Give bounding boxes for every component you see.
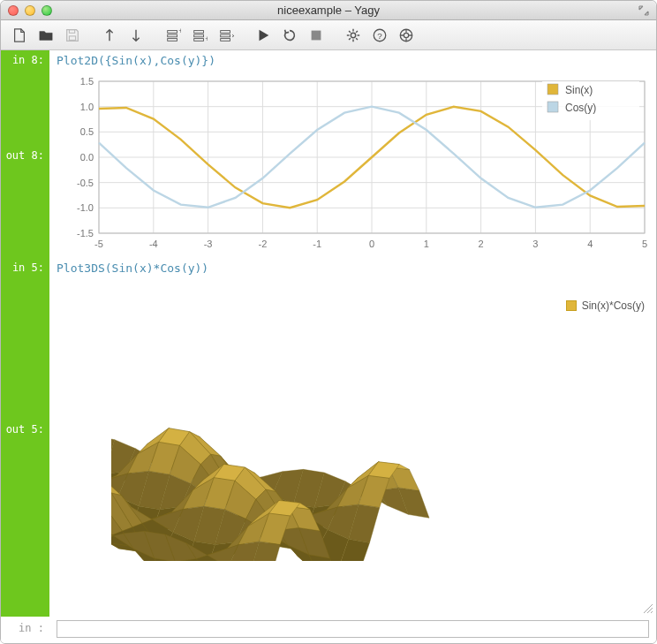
command-input[interactable] bbox=[57, 620, 649, 638]
svg-text:4: 4 bbox=[587, 239, 593, 249]
svg-text:3: 3 bbox=[532, 239, 538, 249]
svg-rect-10 bbox=[221, 30, 230, 33]
restart-button[interactable] bbox=[278, 25, 301, 46]
save-file-button[interactable] bbox=[61, 25, 84, 46]
zoom-window-button[interactable] bbox=[42, 5, 52, 16]
move-up-button[interactable] bbox=[98, 25, 121, 46]
svg-rect-12 bbox=[221, 38, 230, 41]
svg-text:-5: -5 bbox=[94, 239, 103, 249]
svg-rect-6 bbox=[194, 30, 204, 33]
plot2d-chart[interactable]: -5-4-3-2-1012345-1.5-1.0-0.50.00.51.01.5… bbox=[62, 76, 653, 253]
code-in-8[interactable]: Plot2D({Sin(x),Cos(y)}) bbox=[49, 50, 656, 71]
resize-grip-icon[interactable] bbox=[642, 602, 653, 613]
move-down-button[interactable] bbox=[125, 25, 147, 46]
svg-text:1.5: 1.5 bbox=[80, 76, 94, 87]
svg-text:5: 5 bbox=[642, 239, 647, 249]
insert-below-button[interactable]: + bbox=[188, 25, 211, 46]
svg-rect-0 bbox=[69, 35, 75, 40]
cell-in-8[interactable]: in 8: Plot2D({Sin(x),Cos(y)}) bbox=[49, 50, 656, 71]
svg-text:-1.0: -1.0 bbox=[77, 202, 94, 213]
window-controls bbox=[8, 5, 52, 16]
svg-point-19 bbox=[404, 33, 408, 37]
notebook-content: in 8: Plot2D({Sin(x),Cos(y)}) out 8: -5-… bbox=[1, 50, 656, 617]
svg-text:-2: -2 bbox=[259, 239, 268, 249]
cell-label-out-5: out 5: bbox=[1, 420, 49, 439]
delete-cell-button[interactable]: × bbox=[215, 25, 238, 46]
svg-text:?: ? bbox=[377, 30, 382, 40]
svg-rect-14 bbox=[312, 30, 321, 40]
svg-rect-60 bbox=[548, 102, 558, 112]
input-bar: in : bbox=[1, 617, 656, 643]
svg-rect-11 bbox=[221, 34, 230, 37]
input-label: in : bbox=[1, 617, 49, 643]
close-window-button[interactable] bbox=[8, 5, 19, 16]
svg-rect-58 bbox=[548, 84, 558, 95]
open-file-button[interactable] bbox=[34, 25, 57, 46]
maximize-icon[interactable] bbox=[638, 5, 649, 16]
cell-label-in-5: in 5: bbox=[1, 258, 49, 277]
help-button[interactable]: ? bbox=[368, 25, 391, 46]
svg-text:0.5: 0.5 bbox=[80, 126, 94, 137]
code-in-5[interactable]: Plot3DS(Sin(x)*Cos(y)) bbox=[49, 258, 656, 278]
svg-text:-1: -1 bbox=[313, 239, 321, 249]
cell-in-5[interactable]: in 5: Plot3DS(Sin(x)*Cos(y)) bbox=[49, 258, 656, 278]
titlebar: niceexample – Yagy bbox=[1, 1, 656, 20]
cell-label-out-8: out 8: bbox=[1, 146, 49, 165]
svg-text:×: × bbox=[231, 31, 234, 39]
window-title: niceexample – Yagy bbox=[1, 4, 656, 17]
svg-text:1: 1 bbox=[424, 239, 429, 249]
toolbar: + + × ? bbox=[1, 20, 656, 50]
svg-text:-0.5: -0.5 bbox=[77, 178, 94, 188]
svg-text:2: 2 bbox=[479, 239, 484, 249]
new-file-button[interactable] bbox=[8, 25, 31, 46]
svg-text:1.0: 1.0 bbox=[80, 102, 94, 112]
svg-text:+: + bbox=[178, 27, 181, 35]
cell-out-8: out 8: -5-4-3-2-1012345-1.5-1.0-0.50.00.… bbox=[49, 71, 656, 258]
svg-text:-3: -3 bbox=[204, 239, 213, 249]
svg-text:0.0: 0.0 bbox=[80, 152, 94, 163]
run-button[interactable] bbox=[252, 25, 275, 46]
cell-out-5: out 5: Sin(x)*Cos(y) -5.00-4.00-3.00-2.0… bbox=[49, 278, 656, 579]
svg-rect-3 bbox=[168, 34, 177, 37]
svg-text:-4: -4 bbox=[149, 239, 158, 249]
cell-label-in-8: in 8: bbox=[1, 50, 49, 70]
svg-text:Sin(x): Sin(x) bbox=[565, 84, 593, 96]
stop-button[interactable] bbox=[305, 25, 328, 46]
svg-text:Cos(y): Cos(y) bbox=[565, 102, 596, 114]
svg-text:-1.5: -1.5 bbox=[77, 228, 94, 239]
svg-rect-2 bbox=[168, 30, 177, 33]
svg-rect-4 bbox=[168, 38, 177, 41]
svg-text:0: 0 bbox=[369, 239, 374, 249]
settings-button[interactable] bbox=[342, 25, 365, 46]
support-button[interactable] bbox=[395, 25, 418, 46]
svg-rect-8 bbox=[194, 38, 204, 41]
insert-above-button[interactable]: + bbox=[162, 25, 185, 46]
svg-text:+: + bbox=[205, 34, 208, 43]
svg-point-15 bbox=[351, 33, 355, 37]
plot3d-chart[interactable]: -5.00-4.00-3.00-2.00-1.000.001.002.003.0… bbox=[111, 287, 606, 561]
svg-rect-7 bbox=[194, 34, 204, 37]
gutter bbox=[1, 50, 49, 617]
minimize-window-button[interactable] bbox=[25, 5, 35, 16]
